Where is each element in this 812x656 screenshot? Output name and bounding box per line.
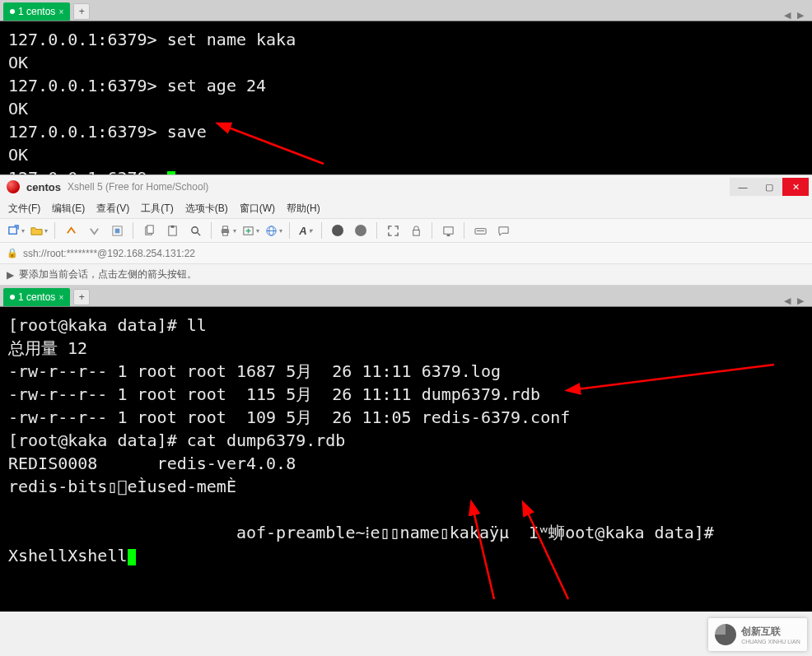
toolbar-sep: [211, 222, 212, 239]
cursor-icon: [128, 549, 136, 565]
reconnect-button[interactable]: [62, 221, 80, 240]
cursor-icon: [167, 171, 175, 174]
svg-rect-3: [114, 228, 119, 233]
tab-status-dot: [10, 295, 15, 300]
term-line: 总用量 12: [8, 338, 87, 358]
svg-point-8: [191, 226, 198, 233]
chat-button[interactable]: [494, 221, 512, 240]
terminal-top[interactable]: 127.0.0.1:6379> set name kaka OK 127.0.0…: [0, 21, 812, 174]
svg-rect-1: [8, 226, 16, 233]
tab-centos-top[interactable]: 1 centos ×: [3, 2, 70, 21]
menu-file[interactable]: 文件(F): [8, 202, 40, 216]
toolbar-sep: [432, 222, 432, 239]
toolbar-sep: [321, 222, 322, 239]
disconnect-button[interactable]: [85, 221, 103, 240]
transfer-button[interactable]: [241, 221, 259, 240]
tabbar-bottom: 1 centos × + ◀ ▶: [0, 286, 812, 307]
nav-left-icon[interactable]: ◀: [784, 295, 791, 306]
maximize-icon: ▢: [765, 182, 773, 193]
window-buttons: — ▢ ✕: [730, 178, 809, 196]
app-icon: [7, 180, 20, 193]
fullscreen-button[interactable]: [384, 221, 402, 240]
toolbar-sep: [133, 222, 133, 239]
term-line: XshellXshell: [8, 546, 128, 565]
tab-status-dot: [10, 9, 15, 14]
flag-icon[interactable]: ▶: [7, 269, 14, 281]
keyboard-button[interactable]: [471, 221, 489, 240]
minimize-icon: —: [739, 182, 748, 192]
tab-label: 1 centos: [18, 291, 55, 303]
address-text[interactable]: ssh://root:********@192.168.254.131:22: [23, 248, 805, 259]
minimize-button[interactable]: —: [730, 178, 756, 196]
term-line: 127.0.0.1:6379> set name kaka: [8, 30, 296, 49]
new-tab-button-bottom[interactable]: +: [73, 289, 90, 305]
term-line: OK: [8, 99, 28, 119]
svg-line-0: [226, 127, 324, 164]
plus-icon: +: [79, 291, 85, 303]
plus-icon: +: [79, 6, 85, 17]
info-text: 要添加当前会话，点击左侧的箭头按钮。: [19, 268, 197, 281]
tab-label: 1 centos: [18, 6, 55, 17]
menu-window[interactable]: 窗口(W): [240, 202, 275, 216]
svg-rect-7: [170, 225, 174, 227]
term-line: OK: [8, 53, 28, 72]
nav-right-icon[interactable]: ▶: [797, 10, 804, 21]
new-session-button[interactable]: [7, 221, 25, 240]
maximize-button[interactable]: ▢: [756, 178, 782, 196]
tab-close-icon[interactable]: ×: [58, 7, 63, 16]
menubar: 文件(F) 编辑(E) 查看(V) 工具(T) 选项卡(B) 窗口(W) 帮助(…: [0, 198, 812, 218]
xshell-window: centos Xshell 5 (Free for Home/School) —…: [0, 174, 812, 286]
print-button[interactable]: [218, 221, 236, 240]
term-line: REDIS0008 redis-ver4.0.8: [8, 454, 296, 473]
info-bar: ▶ 要添加当前会话，点击左侧的箭头按钮。: [0, 264, 812, 286]
svg-rect-18: [443, 226, 452, 233]
tab-close-icon[interactable]: ×: [58, 293, 63, 302]
properties-button[interactable]: [108, 221, 126, 240]
svg-rect-5: [147, 225, 153, 232]
watermark-logo-icon: [715, 624, 736, 645]
terminal-bottom[interactable]: [root@kaka data]# ll 总用量 12 -rw-r--r-- 1…: [0, 307, 812, 612]
toolbar-sep: [289, 222, 290, 239]
new-tab-button-top[interactable]: +: [73, 3, 90, 20]
open-session-button[interactable]: [30, 221, 48, 240]
nav-left-icon[interactable]: ◀: [784, 10, 791, 21]
titlebar[interactable]: centos Xshell 5 (Free for Home/School) —…: [0, 175, 812, 198]
copy-button[interactable]: [140, 221, 158, 240]
menu-edit[interactable]: 编辑(E): [52, 202, 85, 216]
svg-line-22: [576, 365, 774, 389]
font-button[interactable]: A: [296, 221, 315, 240]
svg-rect-12: [222, 232, 227, 235]
term-line: aof-preamble~⁞e▯▯name▯kakaÿµ Iʷ蛳oot@kaka…: [8, 523, 714, 542]
globe-button[interactable]: [264, 221, 282, 240]
toolbar: A: [0, 218, 812, 243]
find-button[interactable]: [186, 221, 204, 240]
term-line: -rw-r--r-- 1 root root 1687 5月 26 11:11 …: [8, 361, 501, 381]
svg-line-9: [197, 232, 200, 235]
term-line: [root@kaka data]# ll: [8, 315, 207, 335]
menu-tools[interactable]: 工具(T): [141, 202, 173, 216]
screen-button[interactable]: [439, 221, 457, 240]
term-line: redis-bits▯𡿨eÌused-memÈ: [8, 477, 236, 496]
color2-button[interactable]: [352, 221, 370, 240]
menu-view[interactable]: 查看(V): [96, 202, 129, 216]
term-line: [root@kaka data]# cat dump6379.rdb: [8, 430, 345, 450]
color1-button[interactable]: [329, 221, 347, 240]
menu-help[interactable]: 帮助(H): [287, 202, 320, 216]
paste-button[interactable]: [163, 221, 181, 240]
addressbar: 🔒 ssh://root:********@192.168.254.131:22: [0, 243, 812, 264]
term-line: -rw-r--r-- 1 root root 115 5月 26 11:11 d…: [8, 384, 540, 404]
term-line: OK: [8, 145, 28, 165]
tab-centos-bottom[interactable]: 1 centos ×: [3, 288, 70, 306]
watermark: 创新互联 CHUANG XINHU LIAN: [708, 618, 807, 651]
close-button[interactable]: ✕: [782, 178, 809, 196]
toolbar-sep: [376, 222, 377, 239]
menu-tabs[interactable]: 选项卡(B): [185, 202, 228, 216]
svg-rect-11: [222, 226, 227, 229]
lock-icon: 🔒: [7, 248, 18, 258]
lock-button[interactable]: [407, 221, 425, 240]
watermark-text: 创新互联 CHUANG XINHU LIAN: [741, 625, 800, 644]
svg-rect-17: [413, 230, 419, 235]
nav-right-icon[interactable]: ▶: [797, 295, 804, 306]
window-title: centos: [26, 181, 61, 193]
term-line: 127.0.0.1:6379> set age 24: [8, 76, 266, 95]
